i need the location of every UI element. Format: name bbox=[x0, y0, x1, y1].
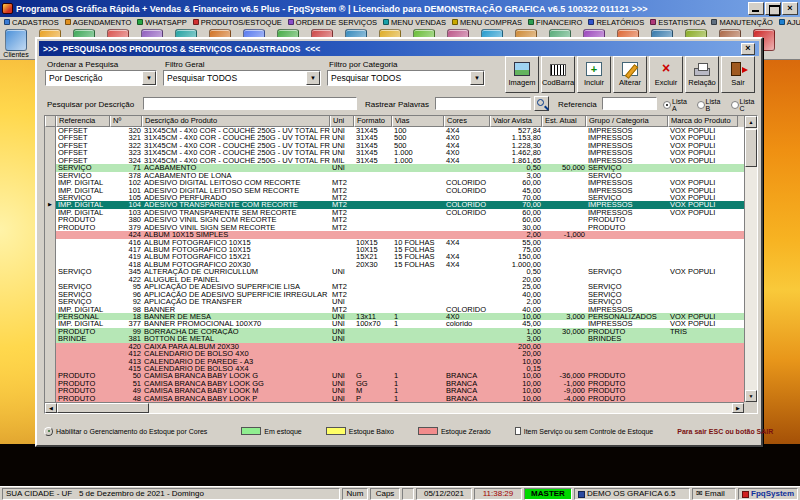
table-row[interactable]: PRODUTO50CAMISA BRANCA BABY LOOK GUNIG1B… bbox=[45, 372, 744, 379]
grid-column-header[interactable]: Formato bbox=[354, 116, 392, 127]
table-row[interactable]: 413CALENDARIO DE PAREDE - A310,00 bbox=[45, 358, 744, 365]
table-row[interactable]: ▶IMP. DIGITAL104ADESIVO TRANSPARENTE COM… bbox=[45, 201, 744, 208]
scroll-up-icon[interactable]: ▲ bbox=[745, 116, 757, 128]
category-filter-select[interactable]: Pesquisar TODOS ▼ bbox=[327, 70, 485, 86]
vertical-scroll-thumb[interactable] bbox=[745, 129, 757, 167]
menu-item-ordem-de-servi-os[interactable]: ORDEM DE SERVIÇOS bbox=[285, 17, 380, 27]
table-row[interactable]: 418ALBUM FOTOGRAFICO 20X3020X3015 FOLHAS… bbox=[45, 261, 744, 268]
table-row[interactable]: IMP. DIGITAL102ADESIVO DIGITAL LEITOSO C… bbox=[45, 179, 744, 186]
menu-item-estatistica[interactable]: ESTATISTICA bbox=[647, 17, 708, 27]
table-row[interactable]: 415CALENDARIO DE BOLSO 4X40,15 bbox=[45, 365, 744, 372]
table-row[interactable]: OFFSET32431X45CM - 4X0 COR - COUCHÊ 250G… bbox=[45, 157, 744, 164]
table-row[interactable]: PERSONAL18BANNER DE MESAUNI13x1114X010,0… bbox=[45, 313, 744, 320]
table-row[interactable]: 424ALBUM 10X15 SIMPLES2,00-1,000 bbox=[45, 231, 744, 238]
dialog-close-icon[interactable]: × bbox=[741, 43, 755, 55]
table-row[interactable]: PRODUTO379ADESIVO VINIL SIGN SEM RECORTE… bbox=[45, 224, 744, 231]
menu-item-relat-rios[interactable]: RELATÓRIOS bbox=[585, 17, 647, 27]
vertical-scrollbar[interactable]: ▲ ▼ bbox=[744, 116, 757, 402]
horizontal-scroll-thumb[interactable] bbox=[57, 403, 149, 413]
table-row[interactable]: OFFSET32331X45CM - 4X0 COR - COUCHÊ 250G… bbox=[45, 149, 744, 156]
table-row[interactable]: IMP. DIGITAL377BANNER PROMOCIONAL 100X70… bbox=[45, 320, 744, 327]
table-row[interactable]: SERVIÇO105ADESIVO PERFURADOMT270,00SERVI… bbox=[45, 194, 744, 201]
table-row[interactable]: OFFSET32131X45CM - 4X0 COR - COUCHÊ 250G… bbox=[45, 134, 744, 141]
maximize-button[interactable] bbox=[765, 2, 781, 15]
sair-button[interactable]: Sair bbox=[721, 56, 755, 93]
table-row[interactable]: SERVIÇO345ALTERAÇÃO DE CURRICULLUMUNI0,5… bbox=[45, 268, 744, 275]
table-row[interactable]: BRINDE381BOTTON DE METALUNI3,00BRINDES bbox=[45, 335, 744, 342]
table-row[interactable]: PRODUTO99BORRACHA DE CORAÇÃOUNI1,0030,00… bbox=[45, 328, 744, 335]
toolbar-button[interactable]: Clientes bbox=[3, 29, 29, 59]
chevron-down-icon[interactable]: ▼ bbox=[306, 71, 320, 85]
table-row[interactable]: IMP. DIGITAL98BANNERMT2COLORIDO40,00IMPR… bbox=[45, 306, 744, 313]
table-row[interactable]: SERVIÇO95APLICAÇÃO DE ADESIVO SUPERFICIE… bbox=[45, 283, 744, 290]
table-row[interactable]: SERVIÇO96APLICAÇÃO DE ADESIVO SUPERFICIE… bbox=[45, 291, 744, 298]
table-row[interactable]: 422ALUGUEL DE PAINEL20,00 bbox=[45, 276, 744, 283]
grid-cell: ALBUM FOTOGRAFICO 10X15 bbox=[142, 246, 330, 253]
table-row[interactable]: 419ALBUM FOTOGRAFICO 15X2115X2115 FOLHAS… bbox=[45, 253, 744, 260]
table-row[interactable]: OFFSET32031X45CM - 4X0 COR - COUCHÊ 250G… bbox=[45, 127, 744, 134]
stock-color-toggle[interactable] bbox=[44, 427, 53, 436]
reference-input[interactable] bbox=[602, 97, 657, 110]
chevron-down-icon[interactable]: ▼ bbox=[142, 71, 156, 85]
codbarra-button[interactable]: CodBarra bbox=[541, 56, 575, 93]
table-row[interactable]: 412CALENDARIO DE BOLSO 4X020,00 bbox=[45, 350, 744, 357]
chevron-down-icon[interactable]: ▼ bbox=[470, 71, 484, 85]
grid-column-header[interactable]: Grupo / Categoria bbox=[586, 116, 668, 127]
grid-cell bbox=[586, 231, 668, 238]
menu-item-menu-compras[interactable]: MENU COMPRAS bbox=[449, 17, 525, 27]
grid-column-header[interactable]: Uni bbox=[330, 116, 354, 127]
table-row[interactable]: PRODUTO380ADESIVO VINIL SIGN COM RECORTE… bbox=[45, 216, 744, 223]
menu-item-financeiro[interactable]: FINANCEIRO bbox=[525, 17, 585, 27]
table-row[interactable]: 416ALBUM FOTOGRAFICO 10X1510X1510 FOLHAS… bbox=[45, 239, 744, 246]
excluir-button[interactable]: Excluir bbox=[649, 56, 683, 93]
grid-cell: P bbox=[354, 395, 392, 402]
menu-item-cadastros[interactable]: CADASTROS bbox=[1, 17, 62, 27]
table-row[interactable]: SERVIÇO71ACABAMENTOUNI0,5050,000SERVIÇO bbox=[45, 164, 744, 171]
scroll-left-icon[interactable]: ◀ bbox=[45, 403, 57, 413]
incluir-button[interactable]: Incluir bbox=[577, 56, 611, 93]
grid-column-header[interactable]: Valor Avista bbox=[490, 116, 542, 127]
grid-cell bbox=[542, 320, 586, 327]
close-button[interactable]: × bbox=[782, 2, 798, 15]
search-button[interactable] bbox=[534, 96, 549, 111]
table-row[interactable]: SERVIÇO92APLICAÇÃO DE TRANSFERUNI2,00SER… bbox=[45, 298, 744, 305]
table-row[interactable]: OFFSET32231X45CM - 4X0 COR - COUCHÊ 250G… bbox=[45, 142, 744, 149]
grid-column-header[interactable]: Vias bbox=[392, 116, 444, 127]
menu-item-produtos-estoque[interactable]: PRODUTOS/ESTOQUE bbox=[190, 17, 285, 27]
grid-column-header[interactable]: Est. Atual bbox=[542, 116, 586, 127]
menu-item-manuten-o[interactable]: MANUTENÇÃO bbox=[708, 17, 775, 27]
relação-button[interactable]: Relação bbox=[685, 56, 719, 93]
order-select[interactable]: Por Descrição ▼ bbox=[45, 70, 157, 86]
menu-item-ajuda[interactable]: AJUDA bbox=[776, 17, 800, 27]
alterar-button[interactable]: Alterar bbox=[613, 56, 647, 93]
table-row[interactable]: PRODUTO51CAMISA BRANCA BABY LOOK GGUNIGG… bbox=[45, 380, 744, 387]
list-radio-lista-c[interactable]: Lista C bbox=[731, 98, 761, 112]
grid-column-header[interactable]: Descrição do Produto bbox=[142, 116, 330, 127]
scroll-down-icon[interactable]: ▼ bbox=[745, 390, 757, 402]
table-row[interactable]: SERVIÇO378ACABAMENTO DE LONA3,00SERVIÇO bbox=[45, 172, 744, 179]
search-desc-input[interactable] bbox=[143, 97, 357, 110]
imagem-button[interactable]: Imagem bbox=[505, 56, 539, 93]
list-radio-lista-b[interactable]: Lista B bbox=[697, 98, 727, 112]
horizontal-scrollbar[interactable]: ◀ ▶ bbox=[45, 402, 744, 413]
menu-item-menu-vendas[interactable]: MENU VENDAS bbox=[380, 17, 449, 27]
table-row[interactable]: 417ALBUM FOTOGRAFICO 10X1510X1515 FOLHAS… bbox=[45, 246, 744, 253]
table-row[interactable]: IMP. DIGITAL101ADESIVO DIGITAL LEITOSO S… bbox=[45, 187, 744, 194]
table-row[interactable]: PRODUTO49CAMISA BRANCA BABY LOOK MUNIM1B… bbox=[45, 387, 744, 394]
status-panel[interactable]: ✉Email bbox=[692, 488, 736, 500]
menu-item-whatsapp[interactable]: WHATSAPP bbox=[134, 17, 190, 27]
grid-column-header[interactable]: Cores bbox=[444, 116, 490, 127]
table-row[interactable]: 420CAIXA PARA ALBUM 20X30200,00 bbox=[45, 343, 744, 350]
scroll-right-icon[interactable]: ▶ bbox=[732, 403, 744, 413]
minimize-button[interactable] bbox=[748, 2, 764, 15]
grid-column-header[interactable]: Marca do Produto bbox=[668, 116, 738, 127]
search-words-input[interactable] bbox=[435, 97, 531, 110]
table-row[interactable]: IMP. DIGITAL103ADESIVO TRANSPARENTE SEM … bbox=[45, 209, 744, 216]
grid-column-header[interactable]: Referencia bbox=[56, 116, 110, 127]
table-row[interactable]: PRODUTO48CAMISA BRANCA BABY LOOK PUNIP1B… bbox=[45, 395, 744, 402]
menu-item-agendamento[interactable]: AGENDAMENTO bbox=[62, 17, 135, 27]
grid-column-header[interactable]: Nº bbox=[110, 116, 142, 127]
grid-cell bbox=[354, 268, 392, 275]
list-radio-lista-a[interactable]: Lista A bbox=[663, 98, 693, 112]
general-filter-select[interactable]: Pesquisar TODOS ▼ bbox=[163, 70, 321, 86]
